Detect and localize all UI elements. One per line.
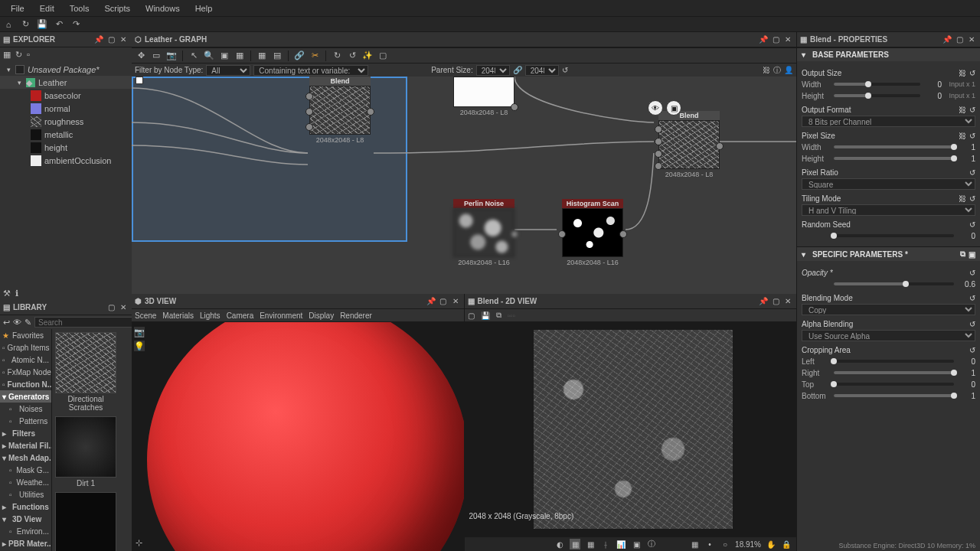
reset-icon[interactable]: ↺: [969, 194, 975, 203]
dd-tiling[interactable]: H and V Tiling: [802, 204, 975, 216]
eye-badge-icon[interactable]: 👁: [648, 100, 663, 116]
info-icon[interactable]: ℹ: [15, 289, 18, 298]
channel-icon[interactable]: ◐: [554, 539, 565, 549]
info-icon[interactable]: ⓘ: [773, 65, 781, 76]
grid-icon[interactable]: ▦: [570, 539, 580, 549]
tool-icon[interactable]: ⚒: [3, 289, 11, 298]
cat-mask[interactable]: ▫Mask G...: [0, 464, 51, 476]
dd-alpha[interactable]: Use Source Alpha: [802, 330, 975, 341]
reset-icon[interactable]: ↺: [969, 320, 975, 328]
back-icon[interactable]: ↩: [3, 318, 10, 328]
tree-package[interactable]: ▾ Unsaved Package*: [0, 63, 132, 76]
cat-functions[interactable]: ▸Functions: [0, 500, 51, 513]
ruler-icon[interactable]: ⟊: [600, 539, 611, 549]
reset-icon[interactable]: ↺: [969, 69, 975, 77]
section-specific[interactable]: ▾SPECIFIC PARAMETERS *⧉▣: [797, 246, 980, 261]
cat-graph-items[interactable]: ▫Graph Items: [0, 341, 51, 354]
lock-icon[interactable]: 🔗: [513, 66, 522, 74]
channel-ao[interactable]: ambientOcclusion: [0, 154, 132, 167]
menu-environment[interactable]: Environment: [260, 311, 302, 320]
link-icon[interactable]: ⛓: [959, 132, 966, 140]
menu-tools[interactable]: Tools: [62, 2, 97, 15]
view2d-canvas[interactable]: 2048 x 2048 (Grayscale, 8bpc): [465, 322, 797, 537]
zoom-icon[interactable]: 🔍: [203, 50, 215, 62]
redo-icon[interactable]: ↷: [70, 19, 81, 30]
link-icon[interactable]: ⛓: [959, 106, 966, 114]
node-perlin[interactable]: Perlin Noise 2048x2048 - L16: [453, 199, 514, 266]
cat-noises[interactable]: ▫Noises: [0, 403, 51, 415]
slider-top[interactable]: [834, 383, 954, 386]
histogram-icon[interactable]: 📊: [616, 539, 626, 549]
filter-mode-dropdown[interactable]: Containing text or variable:: [253, 65, 368, 76]
cat-filters[interactable]: ▸Filters: [0, 427, 51, 439]
open-icon[interactable]: ▢: [468, 311, 475, 320]
parent-size-w[interactable]: 2048: [476, 65, 510, 76]
refresh-icon[interactable]: ↻: [20, 19, 31, 30]
channel-normal[interactable]: normal: [0, 102, 132, 115]
reset-icon[interactable]: ↺: [969, 220, 975, 229]
pin-icon[interactable]: 📌: [758, 296, 769, 307]
camera-icon[interactable]: 📷: [134, 327, 145, 337]
hand-icon[interactable]: ✋: [766, 539, 776, 549]
light-icon[interactable]: 💡: [134, 341, 145, 351]
item-icon[interactable]: ▫: [27, 50, 30, 59]
link-icon[interactable]: ⛓: [959, 194, 966, 203]
slider-px-height[interactable]: [834, 157, 954, 160]
dd-blending[interactable]: Copy: [802, 304, 975, 315]
cat-atomic[interactable]: ▫Atomic N...: [0, 354, 51, 366]
reset-icon[interactable]: ↺: [969, 168, 975, 177]
close-icon[interactable]: ✕: [966, 34, 977, 45]
grid2-icon[interactable]: ▦: [689, 539, 700, 549]
maximize-icon[interactable]: ▢: [106, 302, 116, 313]
wand-icon[interactable]: ✨: [361, 50, 374, 62]
lib-thumb-extra[interactable]: [55, 492, 116, 551]
save-icon[interactable]: 💾: [37, 19, 47, 30]
chevron-down-icon[interactable]: ▾: [5, 66, 12, 73]
stack-badge-icon[interactable]: ▣: [666, 100, 681, 116]
paste-icon[interactable]: ▣: [969, 250, 975, 259]
view-list-icon[interactable]: ▤: [271, 50, 283, 62]
axis-icon[interactable]: ⊹: [136, 538, 142, 548]
menu-scene[interactable]: Scene: [135, 311, 156, 320]
close-icon[interactable]: ✕: [782, 296, 793, 307]
slider-px-width[interactable]: [834, 145, 954, 148]
slider-width[interactable]: [834, 83, 920, 86]
node-histogram[interactable]: Histogram Scan 2048x2048 - L16: [562, 199, 623, 266]
channel-basecolor[interactable]: basecolor: [0, 89, 132, 102]
maximize-icon[interactable]: ▢: [770, 296, 781, 307]
node-uniform[interactable]: 2048x2048 - L8: [453, 77, 514, 116]
cat-3dview[interactable]: ▾3D View: [0, 513, 51, 525]
new-icon[interactable]: ▦: [3, 50, 11, 60]
graph-canvas[interactable]: 2048x2048 - L8 Blend 2048x2048 - L8 👁 ▣ …: [132, 77, 796, 294]
lock-icon[interactable]: 🔒: [781, 539, 792, 549]
tile-icon[interactable]: ▦: [585, 539, 596, 549]
alpha-icon[interactable]: ▣: [631, 539, 642, 549]
copy-icon[interactable]: ⧉: [960, 249, 965, 259]
menu-materials[interactable]: Materials: [162, 311, 194, 320]
menu-lights[interactable]: Lights: [200, 311, 220, 320]
slider-height[interactable]: [834, 94, 920, 97]
channel-height[interactable]: height: [0, 141, 132, 154]
maximize-icon[interactable]: ▢: [770, 34, 781, 45]
dd-output-format[interactable]: 8 Bits per Channel: [802, 116, 975, 127]
close-icon[interactable]: ✕: [118, 34, 129, 45]
menu-help[interactable]: Help: [188, 2, 220, 15]
link-icon[interactable]: ⛓: [959, 69, 966, 77]
reset-icon[interactable]: ↺: [969, 106, 975, 114]
camera-icon[interactable]: 📷: [165, 50, 178, 62]
cat-environ[interactable]: ▫Environ...: [0, 525, 51, 537]
cat-weather[interactable]: ▫Weathe...: [0, 476, 51, 488]
menu-camera[interactable]: Camera: [227, 311, 254, 320]
maximize-icon[interactable]: ▢: [954, 34, 965, 45]
view3d-canvas[interactable]: 📷 💡 ⊹: [132, 322, 464, 551]
menu-file[interactable]: File: [3, 2, 32, 15]
parent-size-h[interactable]: 2048: [525, 65, 559, 76]
menu-edit[interactable]: Edit: [32, 2, 62, 15]
edit-icon[interactable]: ✎: [24, 318, 31, 328]
scale-icon[interactable]: ▭: [150, 50, 162, 62]
info-icon[interactable]: ⓘ: [646, 539, 657, 549]
menu-windows[interactable]: Windows: [138, 2, 188, 15]
dot-icon[interactable]: •: [704, 539, 715, 549]
home-icon[interactable]: ⌂: [3, 19, 14, 30]
reset-icon[interactable]: ↺: [969, 294, 975, 302]
